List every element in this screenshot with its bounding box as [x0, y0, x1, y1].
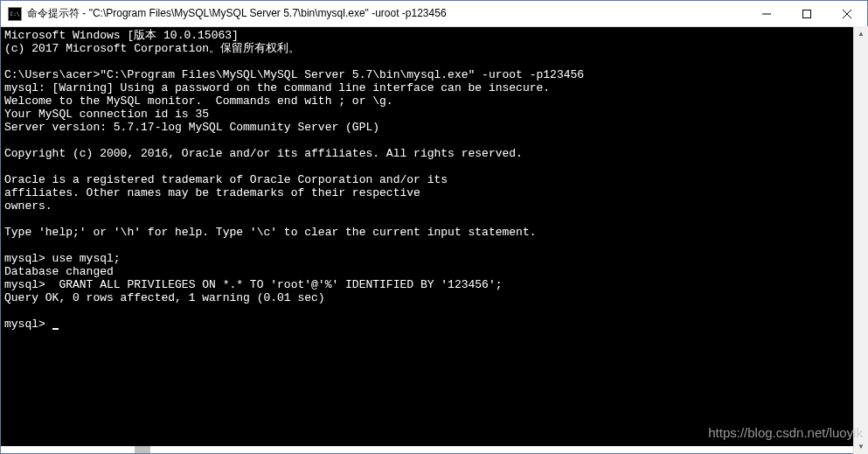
command-prompt-window: 命令提示符 - "C:\Program Files\MySQL\MySQL Se…: [0, 0, 868, 454]
minimize-icon: [762, 10, 771, 18]
cursor: [52, 328, 59, 330]
window-controls: [746, 1, 867, 26]
svg-rect-1: [803, 10, 811, 17]
close-icon: [843, 10, 851, 18]
scroll-down-arrow[interactable]: ▼: [854, 439, 868, 454]
minimize-button[interactable]: [746, 1, 787, 26]
cmd-icon: [8, 7, 22, 21]
scroll-track[interactable]: [854, 41, 868, 439]
scroll-up-arrow[interactable]: ▲: [854, 26, 868, 41]
maximize-button[interactable]: [787, 1, 827, 26]
titlebar[interactable]: 命令提示符 - "C:\Program Files\MySQL\MySQL Se…: [1, 1, 867, 27]
maximize-icon: [802, 10, 811, 18]
vertical-scrollbar[interactable]: ▲ ▼: [853, 26, 868, 454]
horizontal-scrollbar[interactable]: [1, 446, 867, 453]
window-title: 命令提示符 - "C:\Program Files\MySQL\MySQL Se…: [27, 6, 746, 21]
horizontal-scroll-thumb[interactable]: [135, 446, 150, 453]
terminal-output[interactable]: Microsoft Windows [版本 10.0.15063] (c) 20…: [1, 27, 867, 446]
close-button[interactable]: [827, 1, 867, 26]
